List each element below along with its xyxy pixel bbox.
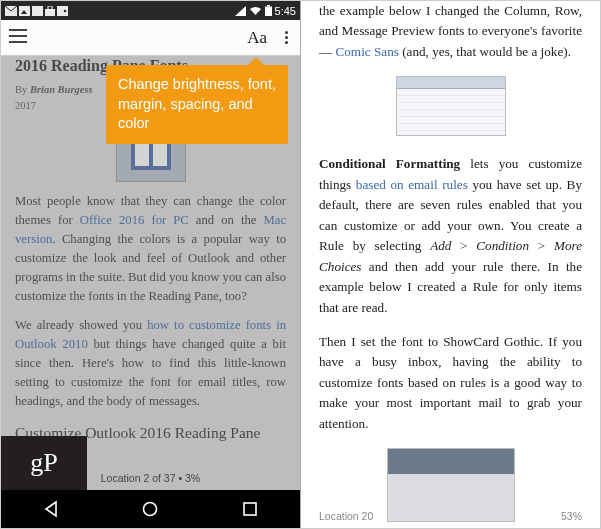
gmail-icon [5,6,17,16]
android-nav-bar [1,490,300,528]
bag-icon [45,6,55,16]
footer-percent: 53% [561,508,582,524]
author-name: Brian Burgess [30,84,93,95]
strong-conditional-formatting: Conditional Formatting [319,156,460,171]
svg-point-18 [144,503,157,516]
article-year: 2017 [15,100,36,111]
r-paragraph-2: Conditional Formatting lets you customiz… [319,154,582,318]
reader-toolbar: Aa [1,20,300,56]
article-figure-2 [396,76,506,136]
signal-icon [235,6,246,16]
reader-page-right[interactable]: the example below I changed the Column, … [301,1,600,528]
back-icon[interactable] [42,500,60,518]
battery-icon [265,5,272,16]
hamburger-icon[interactable] [9,29,27,47]
home-icon[interactable] [141,500,159,518]
wallet-icon [57,6,68,16]
svg-rect-19 [244,503,256,515]
android-reader-pane: 5:45 Aa 2016 Reading Pane Fonts By Brian… [1,1,301,528]
svg-marker-17 [46,502,56,516]
link-email-rules[interactable]: based on email rules [356,177,468,192]
svg-rect-15 [135,144,149,166]
svg-rect-10 [265,7,272,17]
link-comic-sans[interactable]: Comic Sans [335,44,398,59]
svg-point-7 [64,9,67,12]
photos-icon [19,6,30,16]
svg-marker-8 [235,6,246,16]
paragraph-2: We already showed you how to customize f… [15,316,286,411]
store-icon [32,6,43,16]
svg-rect-3 [32,6,43,16]
r-paragraph-3: Then I set the font to ShowCard Gothic. … [319,332,582,434]
r-paragraph-1: the example below I changed the Column, … [319,1,582,62]
android-status-bar: 5:45 [1,1,300,20]
gp-logo: gP [1,436,87,490]
footer-location: Location 20 [319,508,373,524]
recents-icon[interactable] [241,500,259,518]
status-time: 5:45 [275,5,296,17]
paragraph-1: Most people know that they can change th… [15,192,286,306]
wifi-icon [249,6,262,16]
svg-rect-16 [153,144,167,166]
svg-rect-9 [267,5,270,7]
svg-rect-6 [57,6,68,16]
overflow-menu-icon[interactable] [281,27,292,48]
right-footer: Location 20 53% [301,508,600,524]
feature-tooltip[interactable]: Change brightness, font, margin, spacing… [106,65,288,144]
font-settings-button[interactable]: Aa [247,28,267,48]
link-office-pc[interactable]: Office 2016 for PC [80,213,189,227]
